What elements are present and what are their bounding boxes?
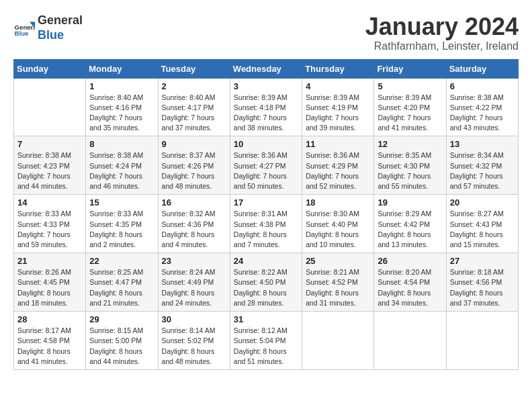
col-friday: Friday: [374, 59, 446, 78]
table-row: 20Sunrise: 8:27 AMSunset: 4:43 PMDayligh…: [446, 195, 518, 253]
day-number: 6: [450, 81, 515, 91]
table-row: 14Sunrise: 8:33 AMSunset: 4:33 PMDayligh…: [14, 195, 86, 253]
day-number: 19: [378, 197, 442, 208]
table-row: 16Sunrise: 8:32 AMSunset: 4:36 PMDayligh…: [158, 195, 230, 253]
day-number: 18: [306, 197, 370, 208]
table-row: 8Sunrise: 8:38 AMSunset: 4:24 PMDaylight…: [86, 136, 158, 195]
day-info: Sunrise: 8:32 AMSunset: 4:36 PMDaylight:…: [162, 209, 226, 250]
calendar-week-row: 1Sunrise: 8:40 AMSunset: 4:16 PMDaylight…: [14, 78, 519, 136]
day-info: Sunrise: 8:30 AMSunset: 4:40 PMDaylight:…: [306, 209, 370, 250]
day-info: Sunrise: 8:36 AMSunset: 4:27 PMDaylight:…: [234, 150, 298, 191]
day-number: 28: [17, 314, 82, 324]
day-number: 10: [234, 139, 298, 149]
day-number: 8: [89, 139, 154, 149]
logo: General Blue General Blue: [13, 13, 83, 42]
logo-general: General: [38, 13, 83, 27]
day-info: Sunrise: 8:38 AMSunset: 4:22 PMDaylight:…: [450, 93, 515, 134]
header: General Blue General Blue January 2024 R…: [13, 13, 519, 52]
day-number: 16: [162, 197, 226, 208]
day-info: Sunrise: 8:37 AMSunset: 4:26 PMDaylight:…: [162, 150, 226, 191]
day-number: 23: [162, 256, 226, 266]
day-info: Sunrise: 8:20 AMSunset: 4:54 PMDaylight:…: [378, 267, 442, 308]
col-sunday: Sunday: [14, 59, 86, 78]
day-info: Sunrise: 8:18 AMSunset: 4:56 PMDaylight:…: [450, 267, 515, 308]
calendar-header-row: Sunday Monday Tuesday Wednesday Thursday…: [14, 59, 519, 78]
day-number: 20: [450, 197, 515, 208]
table-row: [446, 312, 518, 370]
month-title: January 2024: [365, 13, 519, 40]
table-row: 7Sunrise: 8:38 AMSunset: 4:23 PMDaylight…: [14, 136, 86, 195]
day-number: 21: [17, 256, 82, 266]
table-row: 30Sunrise: 8:14 AMSunset: 5:02 PMDayligh…: [158, 312, 230, 370]
calendar-table: Sunday Monday Tuesday Wednesday Thursday…: [13, 59, 519, 370]
calendar-week-row: 21Sunrise: 8:26 AMSunset: 4:45 PMDayligh…: [14, 253, 519, 312]
day-info: Sunrise: 8:15 AMSunset: 5:00 PMDaylight:…: [89, 326, 154, 367]
table-row: 25Sunrise: 8:21 AMSunset: 4:52 PMDayligh…: [302, 253, 374, 312]
table-row: [302, 312, 374, 370]
day-number: 17: [234, 197, 298, 208]
logo-text: General Blue: [38, 13, 83, 42]
day-number: 7: [17, 139, 82, 149]
table-row: [14, 78, 86, 136]
table-row: 1Sunrise: 8:40 AMSunset: 4:16 PMDaylight…: [86, 78, 158, 136]
table-row: 5Sunrise: 8:39 AMSunset: 4:20 PMDaylight…: [374, 78, 446, 136]
day-info: Sunrise: 8:35 AMSunset: 4:30 PMDaylight:…: [378, 150, 442, 191]
day-info: Sunrise: 8:17 AMSunset: 4:58 PMDaylight:…: [17, 326, 82, 367]
day-info: Sunrise: 8:24 AMSunset: 4:49 PMDaylight:…: [162, 267, 226, 308]
day-number: 1: [89, 81, 154, 91]
day-info: Sunrise: 8:40 AMSunset: 4:17 PMDaylight:…: [162, 93, 226, 134]
day-number: 24: [234, 256, 298, 266]
day-info: Sunrise: 8:29 AMSunset: 4:42 PMDaylight:…: [378, 209, 442, 250]
day-info: Sunrise: 8:33 AMSunset: 4:35 PMDaylight:…: [89, 209, 154, 250]
table-row: 27Sunrise: 8:18 AMSunset: 4:56 PMDayligh…: [446, 253, 518, 312]
day-number: 11: [306, 139, 370, 149]
day-info: Sunrise: 8:39 AMSunset: 4:20 PMDaylight:…: [378, 93, 442, 134]
table-row: 15Sunrise: 8:33 AMSunset: 4:35 PMDayligh…: [86, 195, 158, 253]
title-area: January 2024 Rathfarnham, Leinster, Irel…: [365, 13, 519, 52]
logo-icon: General Blue: [13, 17, 35, 39]
day-info: Sunrise: 8:39 AMSunset: 4:19 PMDaylight:…: [306, 93, 370, 134]
table-row: 3Sunrise: 8:39 AMSunset: 4:18 PMDaylight…: [230, 78, 302, 136]
day-number: 22: [89, 256, 154, 266]
table-row: 19Sunrise: 8:29 AMSunset: 4:42 PMDayligh…: [374, 195, 446, 253]
calendar-week-row: 7Sunrise: 8:38 AMSunset: 4:23 PMDaylight…: [14, 136, 519, 195]
table-row: 12Sunrise: 8:35 AMSunset: 4:30 PMDayligh…: [374, 136, 446, 195]
col-saturday: Saturday: [446, 59, 518, 78]
location: Rathfarnham, Leinster, Ireland: [365, 40, 519, 52]
table-row: 11Sunrise: 8:36 AMSunset: 4:29 PMDayligh…: [302, 136, 374, 195]
day-info: Sunrise: 8:27 AMSunset: 4:43 PMDaylight:…: [450, 209, 515, 250]
day-info: Sunrise: 8:39 AMSunset: 4:18 PMDaylight:…: [234, 93, 298, 134]
table-row: 29Sunrise: 8:15 AMSunset: 5:00 PMDayligh…: [86, 312, 158, 370]
day-info: Sunrise: 8:25 AMSunset: 4:47 PMDaylight:…: [89, 267, 154, 308]
day-number: 15: [89, 197, 154, 208]
table-row: 31Sunrise: 8:12 AMSunset: 5:04 PMDayligh…: [230, 312, 302, 370]
day-info: Sunrise: 8:38 AMSunset: 4:23 PMDaylight:…: [17, 150, 82, 191]
svg-text:Blue: Blue: [15, 30, 29, 37]
day-info: Sunrise: 8:34 AMSunset: 4:32 PMDaylight:…: [450, 150, 515, 191]
table-row: 24Sunrise: 8:22 AMSunset: 4:50 PMDayligh…: [230, 253, 302, 312]
day-info: Sunrise: 8:21 AMSunset: 4:52 PMDaylight:…: [306, 267, 370, 308]
day-info: Sunrise: 8:36 AMSunset: 4:29 PMDaylight:…: [306, 150, 370, 191]
day-number: 12: [378, 139, 442, 149]
table-row: 17Sunrise: 8:31 AMSunset: 4:38 PMDayligh…: [230, 195, 302, 253]
table-row: 10Sunrise: 8:36 AMSunset: 4:27 PMDayligh…: [230, 136, 302, 195]
col-tuesday: Tuesday: [158, 59, 230, 78]
day-info: Sunrise: 8:14 AMSunset: 5:02 PMDaylight:…: [162, 326, 226, 367]
day-number: 29: [89, 314, 154, 324]
day-number: 9: [162, 139, 226, 149]
day-number: 30: [162, 314, 226, 324]
day-info: Sunrise: 8:40 AMSunset: 4:16 PMDaylight:…: [89, 93, 154, 134]
table-row: 18Sunrise: 8:30 AMSunset: 4:40 PMDayligh…: [302, 195, 374, 253]
table-row: 21Sunrise: 8:26 AMSunset: 4:45 PMDayligh…: [14, 253, 86, 312]
table-row: 26Sunrise: 8:20 AMSunset: 4:54 PMDayligh…: [374, 253, 446, 312]
col-wednesday: Wednesday: [230, 59, 302, 78]
col-monday: Monday: [86, 59, 158, 78]
table-row: 9Sunrise: 8:37 AMSunset: 4:26 PMDaylight…: [158, 136, 230, 195]
day-info: Sunrise: 8:33 AMSunset: 4:33 PMDaylight:…: [17, 209, 82, 250]
col-thursday: Thursday: [302, 59, 374, 78]
day-number: 13: [450, 139, 515, 149]
logo-blue: Blue: [38, 28, 64, 42]
day-info: Sunrise: 8:26 AMSunset: 4:45 PMDaylight:…: [17, 267, 82, 308]
day-number: 31: [234, 314, 298, 324]
day-info: Sunrise: 8:12 AMSunset: 5:04 PMDaylight:…: [234, 326, 298, 367]
